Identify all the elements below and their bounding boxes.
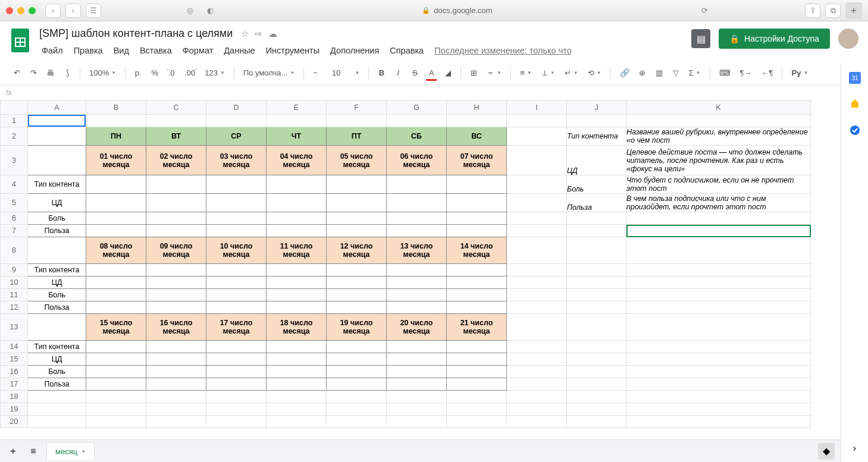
col-header-k[interactable]: K <box>626 100 811 115</box>
cell[interactable] <box>507 175 567 194</box>
cell-date[interactable]: 10 число месяца <box>206 237 267 264</box>
rotate-button[interactable]: ⟲▼ <box>584 66 605 80</box>
legend-desc-benefit[interactable]: В чем польза подписчика или что с ним пр… <box>626 194 811 212</box>
col-header-g[interactable]: G <box>387 100 447 115</box>
cell[interactable] <box>28 127 86 146</box>
cell[interactable] <box>567 301 626 314</box>
cell[interactable] <box>267 212 327 225</box>
cell[interactable] <box>507 366 567 378</box>
row-label-type[interactable]: Тип контента <box>28 175 86 194</box>
borders-button[interactable]: ⊞ <box>466 65 481 80</box>
row-label-pain[interactable]: Боль <box>28 289 86 301</box>
cell[interactable] <box>146 341 206 353</box>
cell[interactable] <box>327 403 387 416</box>
cell[interactable] <box>267 289 327 301</box>
cell[interactable] <box>146 276 206 289</box>
share-button[interactable]: 🔒 Настройки Доступа <box>719 29 830 49</box>
sidebar-button[interactable]: ☰ <box>86 4 101 18</box>
cell[interactable] <box>206 115 267 127</box>
cell-date[interactable]: 11 число месяца <box>267 237 327 264</box>
cell-k7-selected[interactable] <box>626 225 811 237</box>
cell[interactable] <box>567 391 626 403</box>
cell[interactable] <box>86 301 146 314</box>
cell[interactable] <box>206 403 267 416</box>
cell[interactable] <box>206 264 267 276</box>
cell[interactable] <box>626 289 811 301</box>
new-tab-button[interactable]: + <box>845 2 862 19</box>
cell[interactable] <box>507 301 567 314</box>
cell[interactable] <box>327 264 387 276</box>
address-bar[interactable]: 🔒 docs.google.com <box>246 4 668 17</box>
cell-date[interactable]: 17 число месяца <box>206 314 267 341</box>
merge-button[interactable]: ⫟▼ <box>483 66 505 80</box>
row-header-19[interactable]: 19 <box>1 403 28 416</box>
menu-format[interactable]: Формат <box>178 43 218 58</box>
cell-date[interactable]: 20 число месяца <box>387 314 447 341</box>
bold-button[interactable]: B <box>374 65 388 80</box>
print-button[interactable]: 🖶 <box>43 65 58 80</box>
menu-file[interactable]: Файл <box>37 43 68 58</box>
legend-desc-cd[interactable]: Целевое действие поста — что должен сдел… <box>626 146 811 175</box>
cell[interactable] <box>86 225 146 237</box>
cell[interactable] <box>447 175 507 194</box>
row-header-12[interactable]: 12 <box>1 301 28 314</box>
cell[interactable] <box>447 276 507 289</box>
fontsize-select[interactable]: −10▼ <box>309 66 363 80</box>
cell[interactable] <box>567 353 626 366</box>
cell[interactable] <box>146 264 206 276</box>
cell[interactable] <box>507 225 567 237</box>
cell[interactable] <box>447 416 507 428</box>
cell[interactable] <box>327 353 387 366</box>
cell-day-fri[interactable]: ПТ <box>327 127 387 146</box>
row-header-5[interactable]: 5 <box>1 194 28 212</box>
cell[interactable] <box>387 301 447 314</box>
cell[interactable] <box>146 175 206 194</box>
cell[interactable] <box>567 264 626 276</box>
explore-button[interactable]: ◆ <box>818 443 835 460</box>
cell[interactable] <box>327 289 387 301</box>
cell[interactable] <box>626 301 811 314</box>
all-sheets-button[interactable]: ≡ <box>26 443 40 460</box>
cell[interactable] <box>507 146 567 175</box>
legend-desc-pain[interactable]: Что будет с подписчиком, если он не проч… <box>626 175 811 194</box>
cell[interactable] <box>267 264 327 276</box>
cell[interactable] <box>28 391 86 403</box>
text-color-button[interactable]: A <box>424 65 438 80</box>
cell[interactable] <box>206 225 267 237</box>
cell[interactable] <box>507 416 567 428</box>
cell[interactable] <box>86 416 146 428</box>
shield-icon[interactable]: ◎ <box>182 4 198 18</box>
cell[interactable] <box>626 366 811 378</box>
paint-format-button[interactable]: ⟆ <box>60 65 74 80</box>
cell[interactable] <box>447 194 507 212</box>
cell-date[interactable]: 16 число месяца <box>146 314 206 341</box>
cell[interactable] <box>507 378 567 391</box>
cell[interactable] <box>267 416 327 428</box>
cell[interactable] <box>567 289 626 301</box>
cell[interactable] <box>206 289 267 301</box>
cell[interactable] <box>146 115 206 127</box>
row-header-15[interactable]: 15 <box>1 353 28 366</box>
cell[interactable] <box>86 115 146 127</box>
cell[interactable] <box>567 403 626 416</box>
cell[interactable] <box>327 225 387 237</box>
cell[interactable] <box>206 175 267 194</box>
row-header-16[interactable]: 16 <box>1 366 28 378</box>
cell[interactable] <box>567 416 626 428</box>
menu-addons[interactable]: Дополнения <box>325 43 384 58</box>
row-header-9[interactable]: 9 <box>1 264 28 276</box>
cell[interactable] <box>267 225 327 237</box>
switch-input-button[interactable]: ⌨ <box>716 65 734 80</box>
cell[interactable] <box>28 237 86 264</box>
col-header-e[interactable]: E <box>267 100 327 115</box>
cell[interactable] <box>626 212 811 225</box>
row-header-8[interactable]: 8 <box>1 237 28 264</box>
cell-day-mon[interactable]: ПН <box>86 127 146 146</box>
ltr-button[interactable]: ←¶ <box>758 65 777 80</box>
cell[interactable] <box>146 301 206 314</box>
hide-sidepanel-icon[interactable]: › <box>848 442 861 455</box>
cell-day-tue[interactable]: ВТ <box>146 127 206 146</box>
minimize-window-icon[interactable] <box>17 7 24 14</box>
undo-button[interactable]: ↶ <box>10 65 24 80</box>
cell[interactable] <box>267 391 327 403</box>
